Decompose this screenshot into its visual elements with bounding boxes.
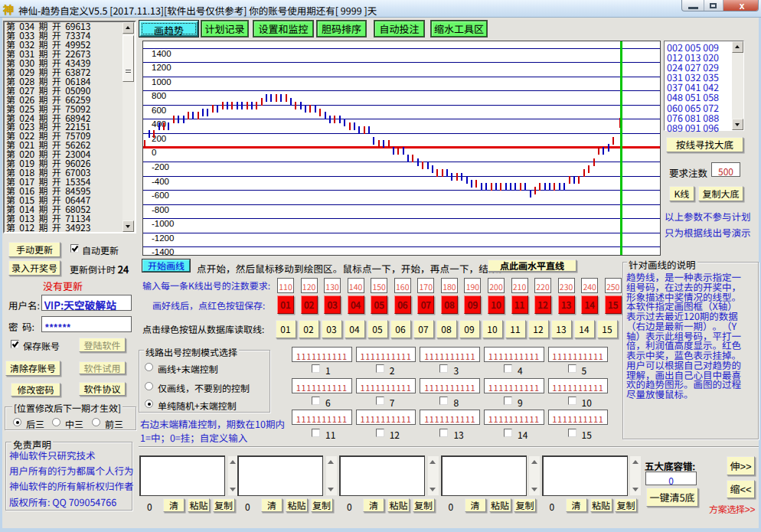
svg-text:-400: -400 [152, 177, 169, 186]
svg-text:-1400: -1400 [152, 247, 174, 256]
svg-text:-600: -600 [152, 191, 169, 200]
svg-text:800: 800 [152, 91, 166, 100]
svg-text:1000: 1000 [152, 77, 171, 86]
svg-text:600: 600 [152, 106, 166, 115]
svg-text:1400: 1400 [152, 49, 171, 58]
svg-text:1200: 1200 [152, 63, 171, 72]
svg-text:0: 0 [152, 148, 156, 157]
svg-text:-1200: -1200 [152, 233, 174, 243]
svg-text:-200: -200 [152, 162, 169, 171]
svg-text:-1000: -1000 [152, 219, 174, 228]
svg-text:-800: -800 [152, 205, 169, 214]
